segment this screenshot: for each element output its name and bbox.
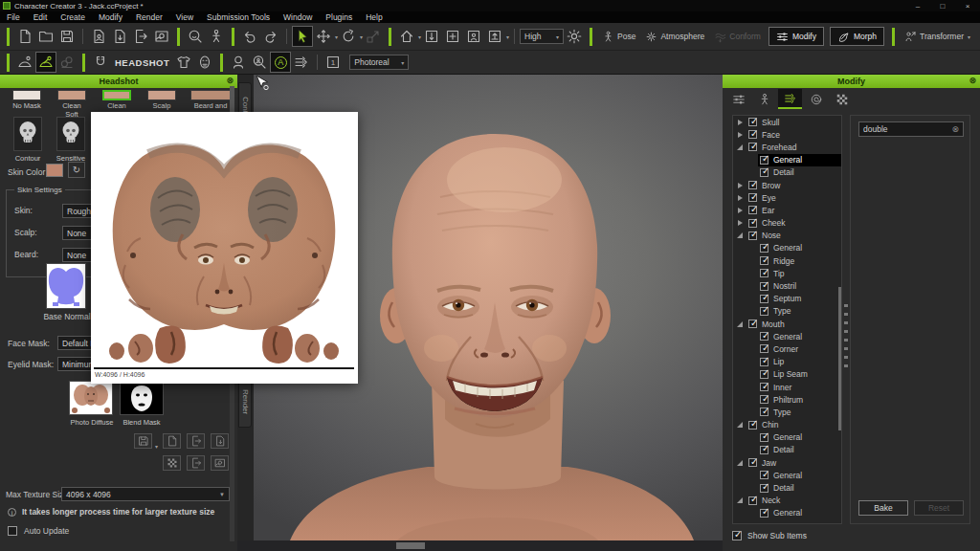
scale-tool-button[interactable] bbox=[363, 26, 384, 47]
edit-image-button[interactable] bbox=[211, 455, 229, 471]
single-view-button[interactable]: 1 bbox=[323, 52, 344, 73]
search-input[interactable]: double ⊗ bbox=[858, 121, 964, 137]
tree-item-nostril[interactable]: Nostril bbox=[733, 279, 841, 292]
camera-frame-button[interactable] bbox=[463, 26, 484, 47]
menu-modify[interactable]: Modify bbox=[92, 11, 129, 23]
tree-checkbox[interactable] bbox=[760, 395, 768, 404]
render-mode-select[interactable]: Photoreal▾ bbox=[349, 55, 409, 70]
new-project-button[interactable] bbox=[14, 26, 35, 47]
expand-arrow-icon[interactable] bbox=[733, 232, 746, 238]
tree-item-general[interactable]: General bbox=[733, 431, 841, 444]
tree-item-forehead[interactable]: Forehead bbox=[733, 141, 841, 153]
pose-check-button[interactable] bbox=[206, 26, 227, 47]
headshot-panel-header[interactable]: Headshot ⊗ bbox=[0, 75, 237, 88]
panel-splitter[interactable] bbox=[844, 304, 848, 371]
render-image-button[interactable] bbox=[151, 26, 172, 47]
tree-checkbox[interactable] bbox=[748, 118, 757, 126]
auto-setup-button[interactable]: A bbox=[270, 52, 291, 73]
cloth-button[interactable] bbox=[173, 52, 194, 73]
tree-item-corner[interactable]: Corner bbox=[733, 342, 841, 355]
photo-diffuse-thumbnail[interactable] bbox=[69, 381, 113, 415]
tree-item-type[interactable]: Type bbox=[733, 406, 841, 418]
tree-checkbox[interactable] bbox=[760, 344, 768, 353]
tree-item-neck[interactable]: Neck bbox=[733, 495, 841, 507]
mask-thumbnail[interactable] bbox=[12, 90, 41, 100]
tree-item-lip[interactable]: Lip bbox=[733, 356, 841, 368]
timeline-handle[interactable] bbox=[396, 542, 425, 549]
tree-checkbox[interactable] bbox=[748, 193, 757, 202]
edit-mesh-button[interactable] bbox=[14, 52, 35, 73]
collapse-arrow-icon[interactable] bbox=[733, 183, 746, 188]
project-preview-button[interactable] bbox=[88, 26, 109, 47]
transformer-button[interactable]: Transformer▾ bbox=[900, 26, 975, 47]
rotate-tool-button[interactable] bbox=[338, 26, 359, 47]
tree-item-detail[interactable]: Detail bbox=[733, 481, 841, 494]
tree-item-face[interactable]: Face bbox=[733, 128, 841, 141]
morph-button[interactable]: Morph bbox=[830, 27, 884, 46]
save-project-button[interactable] bbox=[56, 26, 78, 47]
tree-item-ear[interactable]: Ear bbox=[733, 204, 841, 216]
tree-item-eye[interactable]: Eye bbox=[733, 191, 841, 204]
mask-preset-scalp[interactable]: Scalp bbox=[147, 90, 176, 111]
zoom-character-button[interactable] bbox=[185, 26, 206, 47]
maximize-button[interactable]: □ bbox=[930, 0, 955, 11]
tree-checkbox[interactable] bbox=[760, 408, 768, 416]
collapse-arrow-icon[interactable] bbox=[733, 195, 746, 201]
sculpt-morph-button[interactable] bbox=[35, 52, 56, 73]
modify-button[interactable]: Modify bbox=[768, 27, 824, 46]
tree-item-inner[interactable]: Inner bbox=[733, 381, 841, 393]
collapse-arrow-icon[interactable] bbox=[733, 208, 746, 213]
tree-item-general[interactable]: General bbox=[733, 330, 841, 342]
tree-checkbox[interactable] bbox=[748, 181, 757, 189]
menu-plugins[interactable]: Plugins bbox=[319, 11, 359, 23]
tree-item-type[interactable]: Type bbox=[733, 305, 841, 318]
tree-checkbox[interactable] bbox=[748, 206, 757, 214]
inspect-character-button[interactable] bbox=[249, 52, 270, 73]
tree-checkbox[interactable] bbox=[760, 295, 768, 303]
tab-pose[interactable] bbox=[752, 89, 776, 109]
select-tool-button[interactable] bbox=[292, 26, 313, 47]
close-button[interactable]: × bbox=[955, 0, 980, 11]
tree-item-general[interactable]: General bbox=[733, 242, 841, 254]
close-icon[interactable]: ⊗ bbox=[969, 76, 976, 85]
headshot-magnet-button[interactable] bbox=[90, 52, 111, 73]
gizmo-settings-button[interactable] bbox=[484, 26, 505, 47]
blend-mask-thumbnail[interactable] bbox=[120, 381, 164, 415]
tree-item-skull[interactable]: Skull bbox=[733, 116, 841, 128]
tree-checkbox[interactable] bbox=[760, 256, 768, 265]
texture-preview-window[interactable]: W:4096 / H:4096 bbox=[91, 112, 358, 384]
move-tool-button[interactable] bbox=[313, 26, 334, 47]
menu-help[interactable]: Help bbox=[359, 11, 389, 23]
clear-search-icon[interactable]: ⊗ bbox=[951, 124, 959, 134]
mesh-edit-button[interactable] bbox=[56, 52, 78, 73]
tree-checkbox[interactable] bbox=[748, 496, 757, 505]
tree-checkbox[interactable] bbox=[760, 332, 768, 341]
tree-item-detail[interactable]: Detail bbox=[733, 166, 841, 179]
tree-item-general[interactable]: General bbox=[733, 469, 841, 481]
close-icon[interactable]: ⊗ bbox=[226, 76, 234, 85]
tree-item-nose[interactable]: Nose bbox=[733, 230, 841, 242]
tree-item-general[interactable]: General bbox=[733, 154, 841, 166]
atmosphere-button[interactable]: Atmosphere bbox=[640, 26, 709, 47]
expand-arrow-icon[interactable] bbox=[733, 422, 746, 428]
save-texture-button[interactable] bbox=[134, 433, 152, 449]
tree-scrollbar[interactable] bbox=[838, 287, 841, 430]
menu-view[interactable]: View bbox=[169, 11, 200, 23]
refresh-skin-color-button[interactable]: ↻ bbox=[68, 162, 85, 178]
collapse-arrow-icon[interactable] bbox=[733, 220, 746, 226]
tree-checkbox[interactable] bbox=[760, 168, 768, 177]
tab-modify-sliders[interactable] bbox=[726, 89, 750, 109]
send-to-button[interactable] bbox=[130, 26, 151, 47]
pose-button[interactable]: Pose bbox=[597, 26, 640, 47]
tree-checkbox[interactable] bbox=[748, 320, 757, 328]
menu-window[interactable]: Window bbox=[277, 11, 319, 23]
redo-button[interactable] bbox=[260, 26, 281, 47]
frame-all-button[interactable] bbox=[442, 26, 463, 47]
tree-item-chin[interactable]: Chin bbox=[733, 419, 841, 431]
collapse-arrow-icon[interactable] bbox=[733, 132, 746, 138]
tab-texture-checker[interactable] bbox=[830, 89, 854, 109]
mask-thumbnail[interactable] bbox=[190, 90, 231, 100]
mask-thumbnail[interactable] bbox=[57, 90, 86, 100]
modify-panel-header[interactable]: Modify ⊗ bbox=[723, 75, 980, 88]
expand-arrow-icon[interactable] bbox=[733, 144, 746, 150]
